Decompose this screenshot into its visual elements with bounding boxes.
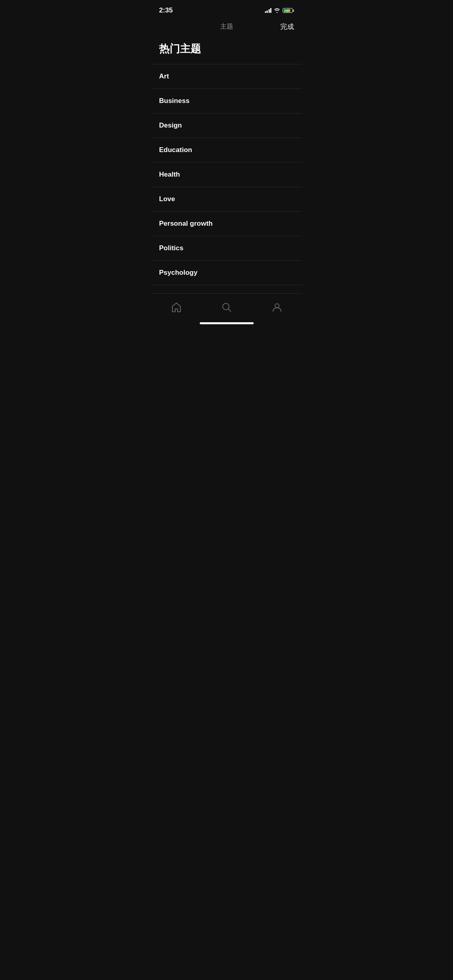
- topic-item-design[interactable]: Design: [151, 113, 302, 138]
- topic-item-education[interactable]: Education: [151, 138, 302, 163]
- topic-item-personal-growth[interactable]: Personal growth: [151, 212, 302, 236]
- status-time: 2:35: [159, 6, 173, 14]
- topic-list: Art Business Design Education Health Lov…: [151, 64, 302, 292]
- status-bar: 2:35 ⚡: [151, 0, 302, 18]
- home-indicator: [200, 322, 254, 324]
- topic-item-business[interactable]: Business: [151, 89, 302, 113]
- wifi-icon: [274, 8, 280, 13]
- topic-item-politics[interactable]: Politics: [151, 236, 302, 261]
- profile-icon: [271, 302, 283, 313]
- search-icon: [221, 302, 232, 313]
- topic-item-art[interactable]: Art: [151, 64, 302, 89]
- topic-item-science[interactable]: Science: [151, 285, 302, 292]
- done-button[interactable]: 完成: [280, 22, 294, 31]
- tab-bar: [151, 293, 302, 327]
- svg-point-2: [275, 304, 279, 308]
- tab-profile[interactable]: [252, 302, 302, 313]
- battery-icon: ⚡: [283, 8, 294, 13]
- nav-title: 主题: [220, 23, 233, 31]
- page-title: 热门主题: [151, 35, 302, 64]
- nav-header: 主题 完成: [151, 18, 302, 35]
- topic-item-psychology[interactable]: Psychology: [151, 261, 302, 285]
- svg-line-1: [228, 309, 231, 311]
- tab-home[interactable]: [151, 302, 201, 313]
- tab-search[interactable]: [201, 302, 252, 313]
- signal-icon: [265, 8, 272, 13]
- topic-item-love[interactable]: Love: [151, 187, 302, 212]
- status-icons: ⚡: [265, 8, 294, 13]
- topic-item-health[interactable]: Health: [151, 163, 302, 187]
- home-icon: [171, 302, 182, 313]
